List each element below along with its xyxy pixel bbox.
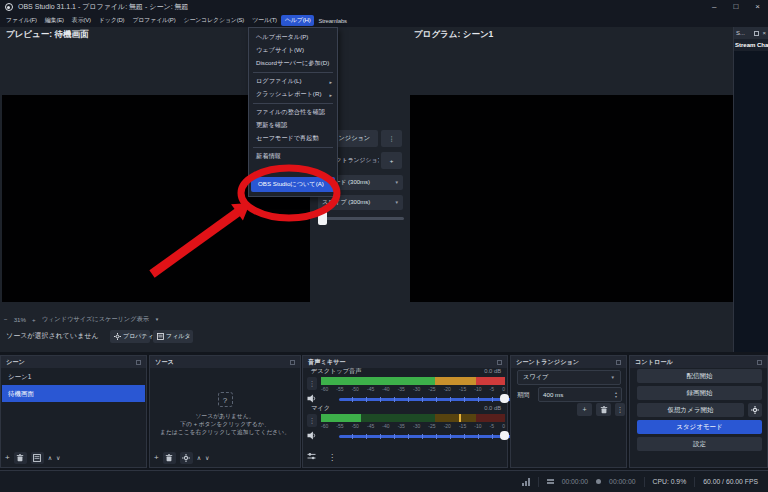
dock-options-icon[interactable]: [757, 360, 762, 365]
maximize-button[interactable]: □: [733, 0, 738, 14]
help-menu-item-3[interactable]: ログファイル(L)▸: [249, 75, 337, 88]
menu-item-6[interactable]: ツール(T): [248, 15, 281, 26]
volume-slider-handle[interactable]: [500, 431, 509, 440]
controls-dock-header[interactable]: コントロール: [630, 356, 767, 368]
transition-slider-handle[interactable]: [318, 211, 327, 225]
start-recording-button[interactable]: 録画開始: [637, 386, 762, 400]
channel-db-value: 0.0 dB: [484, 368, 501, 374]
menu-item-0[interactable]: ファイル(F): [2, 15, 41, 26]
menu-item-5[interactable]: シーンコレクション(S): [179, 15, 248, 26]
help-menu-item-label: 新着情報: [256, 152, 281, 161]
zoom-in-button[interactable]: +: [32, 316, 36, 323]
transitions-dock-header[interactable]: シーントランジション: [511, 356, 626, 368]
volume-slider-track[interactable]: [339, 398, 523, 401]
help-menu-item-10[interactable]: OBS Studioについて(A): [251, 177, 335, 192]
sources-dock-header[interactable]: ソース: [150, 356, 300, 368]
dock-options-icon[interactable]: [497, 360, 502, 365]
volume-slider-handle[interactable]: [500, 394, 509, 403]
spinner-arrows-icon[interactable]: ▴▾: [615, 391, 617, 399]
help-menu-item-7[interactable]: セーフモードで再起動: [249, 132, 337, 145]
scale-mode-label[interactable]: ウィンドウサイズにスケーリング表示: [42, 315, 149, 324]
help-menu-item-6[interactable]: 更新を確認: [249, 119, 337, 132]
remove-scene-button[interactable]: [14, 452, 27, 464]
add-transition-button[interactable]: +: [577, 403, 592, 416]
menu-separator: [253, 147, 333, 148]
move-source-up-button[interactable]: ∧: [197, 452, 201, 464]
help-menu-item-label: クラッシュレポート(R): [256, 90, 321, 99]
dock-options-icon[interactable]: [290, 360, 295, 365]
menu-separator: [253, 103, 333, 104]
remove-transition-button[interactable]: [596, 403, 611, 416]
move-scene-up-button[interactable]: ∧: [48, 452, 52, 464]
menu-item-4[interactable]: プロファイル(P): [128, 15, 179, 26]
dock-options-icon[interactable]: [136, 360, 141, 365]
scene-item[interactable]: 待機画面: [2, 385, 145, 402]
chevron-down-icon: ▼: [155, 317, 159, 322]
help-menu-item-label: Discordサーバーに参加(D): [256, 59, 329, 68]
filters-button[interactable]: フィルタ: [153, 330, 193, 343]
transition-properties-button[interactable]: ⋮: [615, 403, 625, 416]
quick-transition-label: スワイプ (300ms): [322, 198, 370, 207]
help-menu-item-8[interactable]: 新着情報: [249, 150, 337, 163]
meter-tick-label: -50: [352, 423, 359, 429]
virtual-camera-settings-button[interactable]: [748, 403, 762, 417]
obs-main-window: OBS Studio 31.1.1 - プロファイル: 無題 - シーン: 無題…: [0, 0, 768, 492]
source-properties-button[interactable]: [180, 452, 193, 464]
mixer-more-button[interactable]: ⋮: [328, 452, 336, 464]
scene-filters-button[interactable]: [31, 452, 44, 464]
transition-select[interactable]: スワイプ ▼: [517, 370, 621, 385]
volume-slider-track[interactable]: [339, 435, 523, 438]
help-menu-item-5[interactable]: ファイルの整合性を確認: [249, 106, 337, 119]
duration-spinner[interactable]: 400 ms ▴▾: [538, 387, 622, 402]
meter-tick-label: -5: [490, 423, 494, 429]
menu-item-1[interactable]: 編集(E): [41, 15, 68, 26]
start-streaming-button[interactable]: 配信開始: [637, 369, 762, 383]
move-source-down-button[interactable]: ∨: [205, 452, 209, 464]
sources-dock-title: ソース: [155, 358, 174, 367]
transition-slider-track[interactable]: [320, 217, 404, 220]
quick-transition-swipe-button[interactable]: スワイプ (300ms) ▼: [318, 195, 403, 210]
speaker-icon[interactable]: [307, 394, 317, 403]
menu-item-8[interactable]: Streamlabs: [314, 17, 350, 25]
studio-mode-button[interactable]: スタジオモード: [637, 420, 762, 434]
audio-settings-icon[interactable]: [307, 452, 316, 464]
menu-item-2[interactable]: 表示(V): [68, 15, 95, 26]
help-menu-item-2[interactable]: Discordサーバーに参加(D): [249, 57, 337, 70]
help-menu-item-1[interactable]: ウェブサイト(W): [249, 44, 337, 57]
dock-options-icon[interactable]: [616, 360, 621, 365]
scenes-dock-header[interactable]: シーン: [1, 356, 146, 368]
help-menu-item-4[interactable]: クラッシュレポート(R)▸: [249, 88, 337, 101]
start-virtual-camera-button[interactable]: 仮想カメラ開始: [637, 403, 744, 417]
transition-options-button[interactable]: ⋮: [381, 130, 402, 147]
properties-button[interactable]: プロパティ: [110, 330, 150, 343]
duration-value: 400 ms: [543, 391, 563, 398]
meter-tick-label: -10: [474, 423, 481, 429]
channel-options-button[interactable]: ⋮: [307, 414, 317, 427]
help-menu-item-9[interactable]: [249, 163, 337, 176]
title-bar: OBS Studio 31.1.1 - プロファイル: 無題 - シーン: 無題…: [0, 0, 768, 14]
zoom-out-button[interactable]: −: [4, 316, 8, 323]
stream-chat-dock-header[interactable]: S... ×: [734, 27, 768, 39]
close-dock-button[interactable]: ×: [762, 30, 766, 36]
add-scene-button[interactable]: +: [5, 452, 10, 464]
remove-source-button[interactable]: [163, 452, 176, 464]
close-button[interactable]: ×: [755, 0, 760, 14]
menu-item-3[interactable]: ドック(D): [95, 15, 129, 26]
minimize-button[interactable]: –: [712, 0, 716, 14]
scene-item[interactable]: シーン1: [2, 369, 145, 385]
help-menu-item-0[interactable]: ヘルプポータル(P): [249, 31, 337, 44]
docks-area: シーン シーン1待機画面 + ∧ ∨ ソース: [0, 352, 768, 470]
add-source-button[interactable]: +: [154, 452, 159, 464]
popout-icon[interactable]: [754, 31, 759, 36]
sources-dock: ソース ? ソースがありません。 下の + ボタンをクリックするか、 またはここ…: [149, 355, 301, 468]
speaker-icon[interactable]: [307, 431, 317, 440]
move-scene-down-button[interactable]: ∨: [56, 452, 60, 464]
settings-button[interactable]: 設定: [637, 437, 762, 451]
channel-options-button[interactable]: ⋮: [307, 377, 317, 390]
channel-name: デスクトップ音声: [311, 367, 361, 376]
divider: [538, 477, 539, 487]
add-quick-transition-button[interactable]: +: [381, 152, 402, 169]
stream-chat-dock: S... × Stream Chat: [733, 27, 768, 352]
menu-item-7[interactable]: ヘルプ(H): [281, 15, 315, 26]
channel-db-value: 0.0 dB: [484, 405, 501, 411]
